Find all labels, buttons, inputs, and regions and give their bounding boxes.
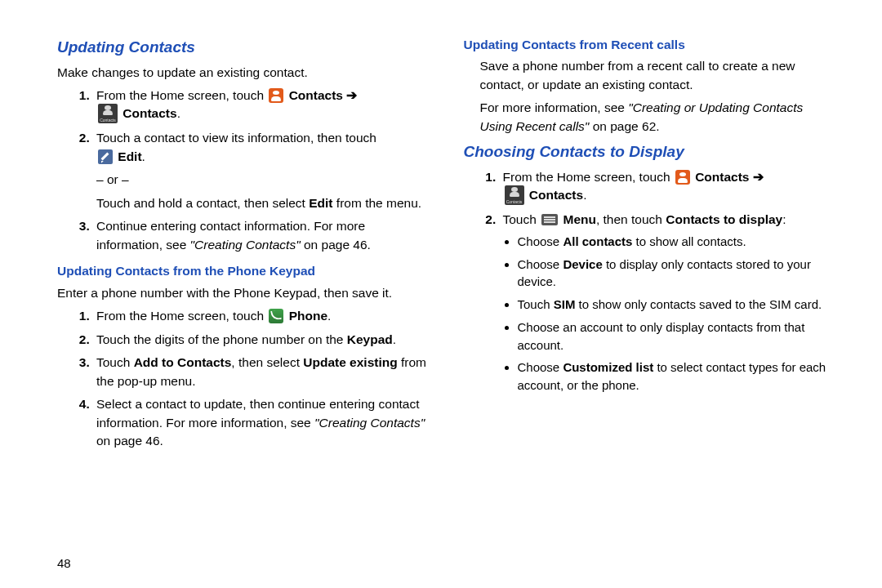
or-para-c: from the menu. — [333, 196, 422, 210]
choosing-steps: From the Home screen, touch Contacts ➔ C… — [464, 168, 838, 394]
cstep2-a: Touch — [503, 212, 541, 226]
left-column: Updating Contacts Make changes to update… — [57, 33, 448, 572]
manual-page: Updating Contacts Make changes to update… — [0, 0, 882, 588]
bul3-b: SIM — [554, 297, 576, 311]
step3-text-c: on page 46. — [301, 238, 371, 252]
cstep2-c: , then touch — [596, 212, 666, 226]
contacts-sub-icon — [505, 185, 524, 205]
keypad-steps: From the Home screen, touch Phone. Touch… — [57, 307, 431, 450]
kstep1-c: . — [327, 309, 331, 323]
contacts-app-icon — [269, 88, 283, 103]
or-line: – or – — [96, 171, 431, 189]
kstep2-c: . — [393, 332, 396, 346]
kstep2-a: Touch the digits of the phone number on … — [96, 332, 347, 346]
kstep3-c: , then select — [231, 355, 303, 369]
kstep3-d: Update existing — [303, 355, 397, 369]
step1-text-c: Contacts — [119, 107, 177, 121]
step2-text-a: Touch a contact to view its information,… — [96, 131, 376, 145]
bul2-a: Choose — [518, 257, 564, 271]
updating-steps: From the Home screen, touch Contacts ➔ C… — [57, 87, 431, 254]
step2-text-b: Edit — [114, 149, 142, 163]
kstep-3: Touch Add to Contacts, then select Updat… — [93, 354, 431, 390]
bullet-device: Choose Device to display only contacts s… — [518, 256, 838, 292]
edit-icon — [98, 149, 113, 164]
kstep-4: Select a contact to update, then continu… — [93, 395, 431, 450]
or-para-b: Edit — [309, 196, 332, 210]
step2-text-c: . — [142, 149, 145, 163]
kstep1-a: From the Home screen, touch — [96, 309, 267, 323]
bul5-a: Choose — [518, 360, 564, 374]
step-2: Touch a contact to view its information,… — [93, 129, 431, 212]
bullet-all-contacts: Choose All contacts to show all contacts… — [518, 233, 838, 251]
bul5-b: Customized list — [563, 360, 653, 374]
bul3-c: to show only contacts saved to the SIM c… — [575, 297, 822, 311]
intro-text: Make changes to update an existing conta… — [57, 64, 431, 82]
contacts-app-icon — [675, 170, 690, 185]
bul1-c: to show all contacts. — [632, 234, 746, 248]
cstep1-b: Contacts ➔ — [692, 170, 764, 184]
bul2-b: Device — [563, 257, 602, 271]
menu-icon — [541, 214, 558, 225]
step-3: Continue entering contact information. F… — [93, 217, 431, 254]
kstep3-a: Touch — [96, 355, 134, 369]
or-para-a: Touch and hold a contact, then select — [96, 196, 309, 210]
keypad-intro: Enter a phone number with the Phone Keyp… — [57, 284, 431, 302]
kstep3-b: Add to Contacts — [134, 355, 232, 369]
step-1: From the Home screen, touch Contacts ➔ C… — [93, 87, 431, 124]
step1-text-b: Contacts ➔ — [285, 88, 357, 102]
kstep4-b: "Creating Contacts" — [314, 416, 425, 430]
cstep-1: From the Home screen, touch Contacts ➔ C… — [500, 168, 838, 206]
bullet-customized: Choose Customized list to select contact… — [518, 359, 838, 394]
or-para: Touch and hold a contact, then select Ed… — [96, 194, 431, 212]
right-column: Updating Contacts from Recent calls Save… — [448, 33, 838, 572]
step1-text-d: . — [177, 107, 180, 121]
recent-intro: Save a phone number from a recent call t… — [480, 57, 838, 94]
recent-more: For more information, see "Creating or U… — [480, 99, 838, 136]
heading-choosing-contacts: Choosing Contacts to Display — [464, 140, 838, 163]
kstep-2: Touch the digits of the phone number on … — [93, 331, 431, 349]
bul1-b: All contacts — [563, 234, 632, 248]
display-options: Choose All contacts to show all contacts… — [503, 233, 838, 394]
kstep1-b: Phone — [285, 309, 327, 323]
phone-icon — [269, 309, 283, 323]
heading-updating-contacts: Updating Contacts — [57, 36, 431, 59]
cstep2-b: Menu — [559, 212, 596, 226]
bul3-a: Touch — [518, 297, 554, 311]
recent-more-a: For more information, see — [480, 100, 629, 114]
cstep1-d: . — [583, 188, 586, 202]
page-number: 48 — [57, 556, 71, 570]
cstep1-c: Contacts — [526, 188, 584, 202]
kstep-1: From the Home screen, touch Phone. — [93, 307, 431, 325]
cstep-2: Touch Menu, then touch Contacts to displ… — [500, 211, 838, 394]
heading-recent-calls: Updating Contacts from Recent calls — [464, 36, 838, 54]
cstep2-e: : — [782, 212, 786, 226]
kstep2-b: Keypad — [347, 332, 393, 346]
kstep4-c: on page 46. — [96, 434, 163, 448]
step3-text-b: "Creating Contacts" — [190, 238, 301, 252]
recent-more-c: on page 62. — [589, 119, 659, 133]
step1-text-a: From the Home screen, touch — [96, 88, 267, 102]
cstep2-d: Contacts to display — [666, 212, 782, 226]
contacts-sub-icon — [98, 104, 118, 123]
cstep1-a: From the Home screen, touch — [503, 170, 674, 184]
bul1-a: Choose — [518, 234, 564, 248]
bullet-account: Choose an account to only display contac… — [518, 318, 838, 354]
bullet-sim: Touch SIM to show only contacts saved to… — [518, 296, 838, 314]
heading-phone-keypad: Updating Contacts from the Phone Keypad — [57, 262, 431, 280]
